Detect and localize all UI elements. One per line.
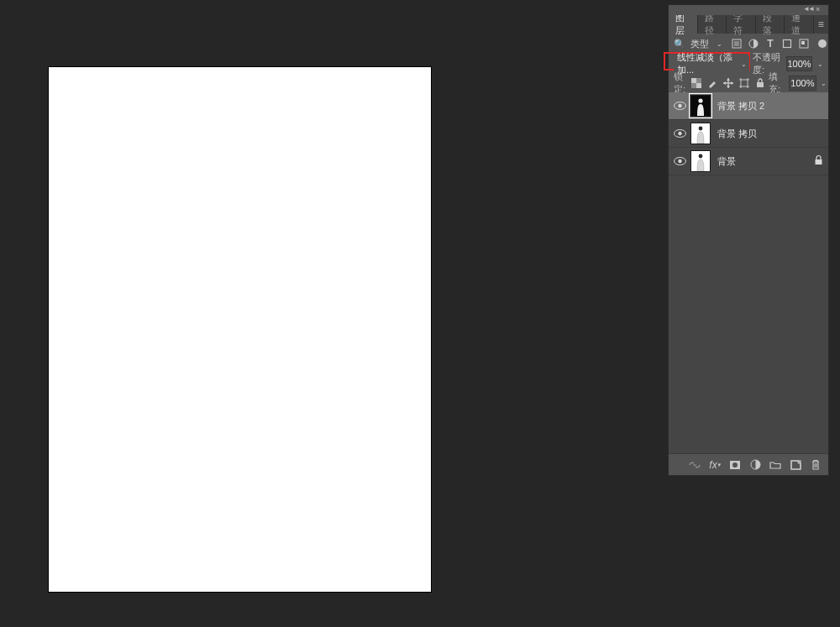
svg-rect-7 xyxy=(696,83,701,88)
svg-rect-3 xyxy=(784,40,791,48)
layer-name[interactable]: 背景 拷贝 xyxy=(717,128,757,140)
filter-type-dropdown[interactable]: 类型 ⌄ xyxy=(689,36,724,51)
collapse-icon[interactable]: ◄◄ xyxy=(803,7,811,12)
lock-all-icon[interactable] xyxy=(754,78,765,89)
svg-point-19 xyxy=(678,159,681,163)
filter-type-icon[interactable]: T xyxy=(764,38,776,50)
filter-pixel-icon[interactable] xyxy=(731,38,743,50)
panel-grip[interactable]: ◄◄ × xyxy=(669,5,828,15)
filter-shape-icon[interactable] xyxy=(781,38,793,50)
lock-position-icon[interactable] xyxy=(722,78,733,89)
tab-channels[interactable]: 通道 xyxy=(785,15,814,34)
layer-name[interactable]: 背景 xyxy=(717,155,736,168)
panel-menu-icon[interactable]: ≡ xyxy=(814,15,829,34)
filter-smart-icon[interactable] xyxy=(798,38,810,50)
lock-transparency-icon[interactable] xyxy=(690,78,701,89)
filter-toggle-icon[interactable] xyxy=(818,39,827,48)
filter-type-label: 类型 xyxy=(690,38,709,50)
layer-thumbnail[interactable] xyxy=(690,123,711,144)
lock-pixels-icon[interactable] xyxy=(706,78,717,89)
blend-mode-row: 线性减淡（添加... ⌄ 不透明度: 100% ⌄ xyxy=(669,54,828,74)
svg-point-17 xyxy=(699,127,703,131)
layer-item[interactable]: 背景 xyxy=(669,148,828,175)
layer-style-icon[interactable]: fx▾ xyxy=(709,459,721,471)
layer-item[interactable]: 背景 拷贝 2 xyxy=(669,92,828,120)
layer-item[interactable]: 背景 拷贝 xyxy=(669,120,828,148)
filter-icons: T xyxy=(731,38,827,50)
tab-characters[interactable]: 字符 xyxy=(727,15,756,34)
panel-tabs: 图层 路径 字符 段落 通道 ≡ xyxy=(669,15,828,34)
svg-point-13 xyxy=(678,104,681,107)
svg-rect-6 xyxy=(691,78,696,83)
svg-rect-10 xyxy=(741,80,748,86)
delete-layer-icon[interactable] xyxy=(810,459,822,471)
new-layer-icon[interactable] xyxy=(790,459,801,471)
chevron-down-icon[interactable]: ⌄ xyxy=(817,60,823,68)
group-icon[interactable] xyxy=(769,459,781,471)
opacity-input[interactable]: 100% xyxy=(786,56,812,71)
document-canvas[interactable] xyxy=(49,67,431,592)
adjustment-layer-icon[interactable] xyxy=(749,459,761,471)
tab-paragraph[interactable]: 段落 xyxy=(756,15,785,34)
layer-name[interactable]: 背景 拷贝 2 xyxy=(717,100,764,112)
layer-mask-icon[interactable] xyxy=(729,459,741,471)
filter-adjustment-icon[interactable] xyxy=(748,38,759,50)
fill-input[interactable]: 100% xyxy=(789,76,816,91)
svg-rect-8 xyxy=(696,78,701,83)
svg-point-16 xyxy=(678,132,681,135)
chevron-down-icon: ⌄ xyxy=(717,40,722,48)
visibility-toggle-icon[interactable] xyxy=(672,121,687,146)
lock-icon[interactable] xyxy=(814,155,823,167)
svg-point-23 xyxy=(732,462,738,468)
svg-rect-5 xyxy=(801,41,805,44)
svg-rect-9 xyxy=(691,83,696,88)
search-icon[interactable]: 🔍 xyxy=(674,39,685,50)
layer-list: 背景 拷贝 2 背景 拷贝 背景 xyxy=(669,92,828,453)
svg-rect-21 xyxy=(816,159,822,165)
layer-thumbnail[interactable] xyxy=(690,95,711,117)
svg-point-20 xyxy=(699,154,703,159)
tab-paths[interactable]: 路径 xyxy=(698,15,727,34)
lock-row: 锁定: 填充: 100% ⌄ xyxy=(669,74,828,92)
close-panel-icon[interactable]: × xyxy=(816,5,824,13)
chevron-down-icon[interactable]: ⌄ xyxy=(821,80,827,87)
visibility-toggle-icon[interactable] xyxy=(672,93,687,118)
blend-mode-dropdown[interactable]: 线性减淡（添加... ⌄ xyxy=(674,56,749,71)
opacity-label: 不透明度: xyxy=(753,51,783,76)
svg-rect-11 xyxy=(757,82,764,87)
lock-icons xyxy=(690,78,765,89)
visibility-toggle-icon[interactable] xyxy=(672,149,687,174)
layer-thumbnail[interactable] xyxy=(690,150,711,172)
canvas-workspace xyxy=(0,0,664,627)
tab-layers[interactable]: 图层 xyxy=(669,15,698,34)
layers-panel: ◄◄ × 图层 路径 字符 段落 通道 ≡ 🔍 类型 ⌄ T xyxy=(669,5,828,475)
layers-panel-footer: fx▾ xyxy=(669,453,828,475)
blend-mode-value: 线性减淡（添加... xyxy=(677,51,746,76)
svg-point-14 xyxy=(698,98,702,102)
lock-artboard-icon[interactable] xyxy=(738,78,749,89)
svg-rect-1 xyxy=(734,41,739,46)
chevron-down-icon: ⌄ xyxy=(741,60,747,68)
link-layers-icon[interactable] xyxy=(689,459,701,471)
